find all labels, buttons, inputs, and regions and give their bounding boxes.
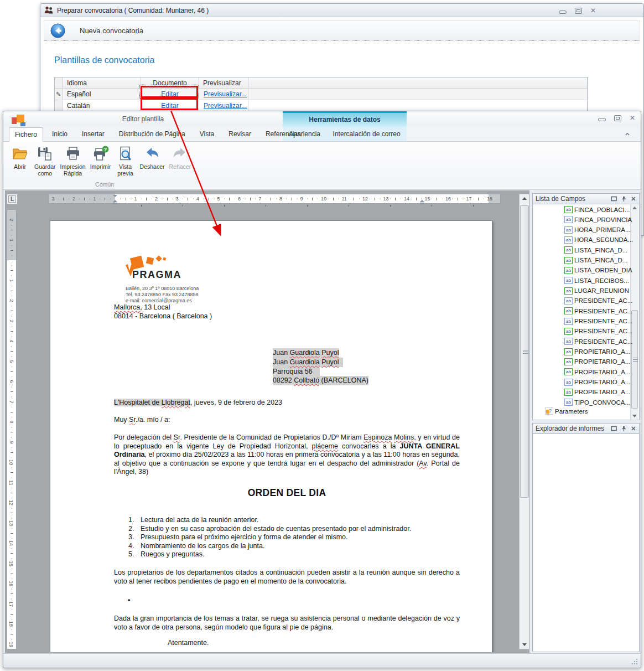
close-icon[interactable]: ✕	[630, 115, 635, 121]
panel-title-bar[interactable]: Lista de Campos	[532, 193, 640, 204]
collapse-ribbon-icon[interactable]	[624, 131, 631, 137]
field-item[interactable]: abFINCA_PROVINCIA	[564, 216, 632, 223]
col-previsualizar[interactable]: Previsualizar	[199, 78, 248, 89]
previsualizar-link-catalan[interactable]: Previsualizar...	[204, 102, 247, 110]
ribbon-button-deshacer[interactable]: Deshacer	[138, 144, 167, 172]
document-canvas[interactable]: L 321123456789101112131415161718 2112345…	[5, 190, 529, 653]
close-panel-icon[interactable]	[631, 196, 636, 202]
ribbon-button-vista-previa[interactable]: Vista previa	[113, 144, 138, 178]
back-button[interactable]	[50, 23, 65, 38]
ruler-tick	[12, 286, 13, 287]
scroll-down-icon[interactable]	[632, 415, 637, 417]
tab-insertar[interactable]: Insertar	[76, 127, 110, 142]
minimize-icon[interactable]	[598, 118, 606, 121]
title-bar[interactable]: Editor plantilla Herramientas de datos ✕	[3, 111, 641, 127]
field-item[interactable]: abLISTA_ORDEN_DIA	[564, 267, 632, 274]
minimize-icon[interactable]	[559, 11, 567, 14]
tabstop-tick	[141, 205, 142, 207]
field-label: PRESIDENTE_AC...	[574, 297, 632, 304]
ribbon-button-imprimir[interactable]: ?Imprimir	[88, 144, 113, 172]
ruler-tick	[235, 199, 236, 200]
scroll-up-icon[interactable]	[522, 197, 527, 200]
ruler-tick	[255, 199, 256, 200]
tab-intercalacion[interactable]: Intercalación de correo	[328, 127, 406, 142]
ribbon-button-guardar-como[interactable]: Guardar como	[32, 144, 58, 178]
pin-icon[interactable]	[621, 196, 626, 202]
field-item[interactable]: abPROPIETARIO_A...	[564, 348, 630, 355]
field-item[interactable]: abPROPIETARIO_A...	[564, 358, 630, 365]
field-item[interactable]: abFINCA_POBLACI...	[564, 206, 630, 213]
report-explorer-content[interactable]	[532, 433, 640, 652]
field-item[interactable]: abLISTA_FINCA_D...	[564, 257, 627, 264]
panel-title-bar[interactable]: Explorador de informes	[532, 423, 640, 433]
ab-field-icon-green: ab	[564, 267, 573, 274]
tab-fichero[interactable]: Fichero	[9, 127, 43, 142]
document-vertical-scrollbar[interactable]	[519, 194, 529, 649]
table-row[interactable]: Catalán Editar Previsualizar...	[55, 100, 588, 112]
field-item[interactable]: abPRESIDENTE_AC...	[564, 307, 632, 314]
ruler-tick	[458, 198, 458, 200]
field-item[interactable]: abLISTA_RECIBOS...	[564, 277, 629, 284]
tab-apariencia[interactable]: Apariencia	[283, 127, 326, 142]
ruler-tick	[12, 579, 13, 580]
parameters-node[interactable]: Parameters	[545, 407, 588, 415]
ruler-number: 13	[8, 520, 14, 525]
scrollbar-thumb[interactable]	[631, 310, 638, 409]
maximize-panel-icon[interactable]	[611, 196, 617, 202]
title-bar[interactable]: Preparar convocatoria ( Comunidad: Munta…	[40, 4, 643, 17]
ruler-number: 2	[72, 196, 75, 202]
field-item[interactable]: abPROPIETARIO_A...	[564, 368, 630, 375]
ruler-tick	[12, 518, 13, 519]
maximize-icon[interactable]	[575, 8, 582, 14]
field-item[interactable]: abLISTA_FINCA_D...	[564, 246, 627, 254]
ribbon-button-label: Abrir	[14, 164, 26, 171]
merge-field-line: 08292 Collbató (BARCELONA)	[273, 376, 368, 385]
tabstop-tick	[349, 205, 349, 207]
ribbon-button-abrir[interactable]: Abrir	[8, 144, 32, 172]
scrollbar-thumb[interactable]	[520, 205, 529, 498]
field-item[interactable]: abHORA_SEGUNDA...	[564, 236, 633, 244]
close-icon[interactable]: ✕	[590, 8, 596, 14]
field-item[interactable]: abPROPIETARIO_A...	[564, 389, 630, 396]
table-row[interactable]: ✎ Español Editar Previsualizar...	[55, 89, 588, 100]
ruler-tick	[12, 558, 13, 559]
tab-vista[interactable]: Vista	[194, 127, 220, 142]
tab-inicio[interactable]: Inicio	[46, 127, 73, 142]
field-item[interactable]: abPRESIDENTE_AC...	[564, 297, 632, 304]
field-item[interactable]: abHORA_PRIMERA...	[564, 226, 631, 234]
col-empty	[248, 78, 588, 89]
resize-grip[interactable]	[631, 658, 637, 664]
col-idioma[interactable]: Idioma	[63, 78, 141, 89]
horizontal-ruler[interactable]: 321123456789101112131415161718	[48, 194, 501, 204]
close-panel-icon[interactable]	[631, 426, 636, 431]
ruler-tick	[11, 371, 13, 372]
maximize-panel-icon[interactable]	[611, 426, 617, 431]
ruler-tick	[12, 437, 13, 438]
field-list: Parameters abFINCA_POBLACI...abFINCA_PRO…	[532, 204, 640, 420]
maximize-icon[interactable]	[614, 115, 621, 121]
field-item[interactable]: abPRESIDENTE_AC...	[564, 328, 632, 335]
ruler-number: 2	[9, 218, 14, 221]
field-item[interactable]: abTIPO_CONVOCA...	[564, 399, 630, 406]
nav-header-label: Nueva convocatoria	[80, 27, 143, 35]
tab-selector-box[interactable]: L	[7, 194, 18, 204]
previsualizar-link-espanol[interactable]: Previsualizar...	[204, 90, 247, 98]
ruler-tick	[349, 199, 350, 200]
scroll-down-icon[interactable]	[522, 643, 527, 646]
pin-icon[interactable]	[621, 426, 626, 432]
tab-revisar[interactable]: Revisar	[223, 127, 257, 142]
field-label: PROPIETARIO_A...	[574, 379, 630, 385]
field-item[interactable]: abPROPIETARIO_A...	[564, 379, 630, 386]
field-item[interactable]: abLUGAR_REUNION	[564, 287, 629, 295]
tabstop-tick	[432, 205, 432, 207]
pending-payments-paragraph: Los propietarios de los departamentos ci…	[114, 569, 460, 586]
tab-distribucion[interactable]: Distribución de Página	[113, 127, 191, 142]
ruler-tick	[359, 199, 360, 200]
status-bar	[3, 653, 641, 668]
field-item[interactable]: abPRESIDENTE_AC...	[564, 318, 632, 325]
ribbon-button-impresion-r-pida[interactable]: Impresion Rápida	[58, 144, 88, 178]
scroll-up-icon[interactable]	[632, 207, 637, 209]
field-item[interactable]: abPRESIDENTE_AC...	[564, 338, 632, 345]
vertical-ruler[interactable]: 2112345678910111213141516171819	[7, 209, 17, 649]
document-page[interactable]: PRAGMA Bailén, 20 3º 1ª 08010 Barcelona …	[50, 220, 492, 653]
